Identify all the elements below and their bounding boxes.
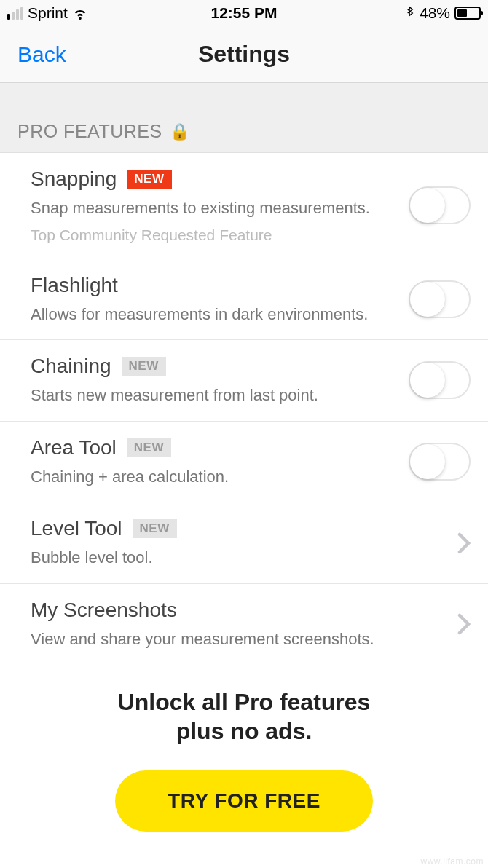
new-badge: NEW (127, 170, 171, 189)
try-for-free-button[interactable]: TRY FOR FREE (115, 770, 373, 832)
setting-level-tool[interactable]: Level Tool NEW Bubble level tool. (0, 502, 488, 584)
promo-panel: Unlock all Pro featuresplus no ads. TRY … (0, 658, 488, 868)
new-badge: NEW (127, 438, 171, 457)
setting-desc: Chaining + area calculation. (31, 467, 394, 488)
nav-bar: Back Settings (0, 26, 488, 83)
setting-subtext: Top Community Requested Feature (31, 226, 394, 244)
section-header-pro: PRO FEATURES 🔒 (0, 83, 488, 152)
status-left: Sprint (7, 4, 88, 22)
chevron-right-icon[interactable] (457, 613, 471, 635)
setting-desc: Snap measurements to existing measuremen… (31, 198, 394, 219)
setting-my-screenshots[interactable]: My Screenshots View and share your measu… (0, 584, 488, 666)
signal-icon (7, 7, 23, 20)
toggle-chaining[interactable] (409, 361, 471, 399)
setting-desc: Bubble level tool. (31, 548, 443, 569)
watermark: www.lifam.com (420, 856, 484, 867)
setting-text: Snapping NEW Snap measurements to existi… (31, 167, 409, 244)
back-button[interactable]: Back (0, 42, 66, 67)
battery-icon (454, 7, 481, 20)
setting-text: Flashlight Allows for measurements in da… (31, 274, 409, 326)
setting-desc: View and share your measurement screensh… (31, 629, 443, 650)
section-header-label: PRO FEATURES (17, 121, 162, 142)
page-title: Settings (198, 41, 290, 68)
setting-flashlight[interactable]: Flashlight Allows for measurements in da… (0, 259, 488, 341)
toggle-snapping[interactable] (409, 186, 471, 224)
setting-title: Snapping (31, 167, 117, 191)
setting-desc: Starts new measurement from last point. (31, 385, 394, 406)
setting-text: Area Tool NEW Chaining + area calculatio… (31, 436, 409, 488)
setting-text: My Screenshots View and share your measu… (31, 599, 457, 650)
status-time: 12:55 PM (210, 4, 277, 22)
new-badge: NEW (122, 357, 166, 376)
bluetooth-icon (405, 6, 415, 20)
setting-title: My Screenshots (31, 599, 177, 622)
new-badge: NEW (133, 519, 177, 538)
promo-title: Unlock all Pro featuresplus no ads. (15, 687, 473, 746)
setting-text: Level Tool NEW Bubble level tool. (31, 517, 457, 569)
setting-text: Chaining NEW Starts new measurement from… (31, 355, 409, 406)
setting-title: Level Tool (31, 517, 122, 540)
setting-title: Area Tool (31, 436, 117, 459)
status-right: 48% (405, 4, 481, 22)
wifi-icon (72, 5, 88, 21)
settings-list: Snapping NEW Snap measurements to existi… (0, 152, 488, 666)
setting-snapping[interactable]: Snapping NEW Snap measurements to existi… (0, 153, 488, 259)
chevron-right-icon[interactable] (457, 532, 471, 554)
setting-title: Flashlight (31, 274, 118, 297)
setting-area-tool[interactable]: Area Tool NEW Chaining + area calculatio… (0, 422, 488, 503)
toggle-area-tool[interactable] (409, 443, 471, 481)
status-bar: Sprint 12:55 PM 48% (0, 0, 488, 26)
setting-chaining[interactable]: Chaining NEW Starts new measurement from… (0, 340, 488, 422)
carrier-label: Sprint (28, 4, 68, 22)
toggle-flashlight[interactable] (409, 280, 471, 318)
setting-desc: Allows for measurements in dark environm… (31, 304, 394, 326)
battery-percent: 48% (420, 4, 450, 22)
setting-title: Chaining (31, 355, 111, 378)
lock-icon: 🔒 (170, 122, 190, 141)
